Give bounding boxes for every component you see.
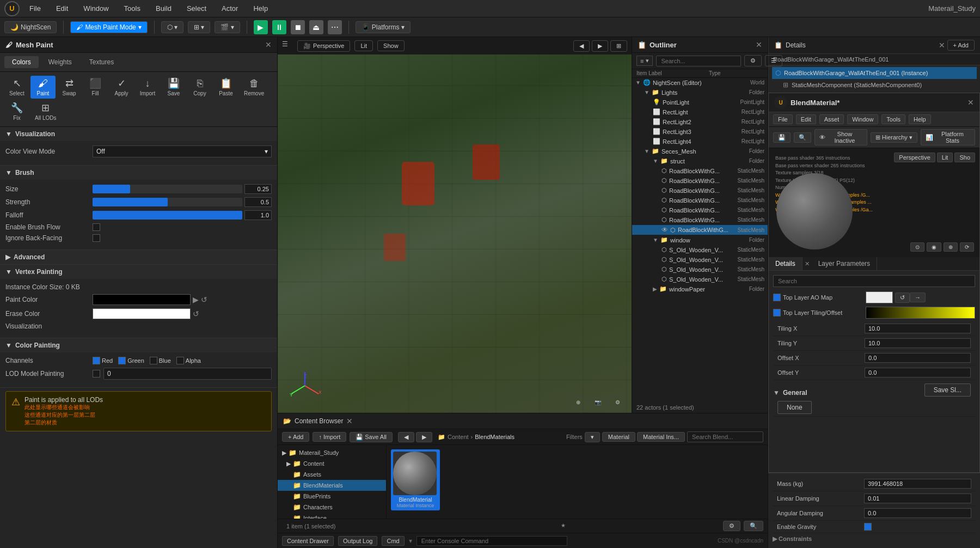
cb-folder-project[interactable]: ▶ 📁 Materail_Study bbox=[278, 447, 386, 458]
advanced-header[interactable]: ▶ Advanced bbox=[0, 250, 277, 264]
asset-menu-btn[interactable]: Asset bbox=[819, 114, 844, 124]
channel-green-checkbox[interactable] bbox=[118, 357, 126, 364]
filter-material-instance-btn[interactable]: Material Ins... bbox=[637, 432, 685, 442]
size-value[interactable] bbox=[244, 184, 272, 194]
menu-window[interactable]: Window bbox=[80, 2, 112, 15]
tool-all-lods[interactable]: ⊞ All LODs bbox=[30, 100, 60, 123]
list-item[interactable]: 👁 ⬡ RoadBlockWithG... StaticMesh bbox=[632, 225, 768, 235]
list-item[interactable]: ▼ 📁 Lights Folder bbox=[632, 88, 768, 98]
list-item[interactable]: ⬡S_Old_Wooden_V...StaticMesh bbox=[632, 265, 768, 275]
list-item[interactable]: ⬜ RectLight4 RectLight bbox=[632, 137, 768, 147]
enable-gravity-checkbox[interactable] bbox=[864, 523, 872, 531]
strength-value[interactable] bbox=[244, 197, 272, 207]
tool-apply[interactable]: ✓ Apply bbox=[109, 75, 134, 99]
show-inactive-button[interactable]: 👁 Show Inactive bbox=[814, 129, 867, 145]
import-button[interactable]: ↑ Import bbox=[313, 432, 346, 442]
brush-header[interactable]: ▼ Brush bbox=[0, 166, 277, 180]
tool-swap[interactable]: ⇄ Swap bbox=[57, 75, 82, 99]
lod-value-input[interactable] bbox=[103, 368, 272, 380]
menu-build[interactable]: Build bbox=[152, 2, 175, 15]
list-item[interactable]: ⬡S_Old_Wooden_V...StaticMesh bbox=[632, 245, 768, 255]
window-menu-btn[interactable]: Window bbox=[847, 114, 878, 124]
mesh-paint-mode-btn[interactable]: 🖌 Mesh Paint Mode ▾ bbox=[70, 21, 147, 33]
lit-btn[interactable]: Lit bbox=[354, 40, 373, 51]
save-mat-btn[interactable]: 💾 bbox=[773, 132, 791, 143]
add-component-btn[interactable]: + Add bbox=[947, 40, 975, 51]
cmd-btn[interactable]: Cmd bbox=[382, 536, 404, 546]
enable-brush-flow-checkbox[interactable] bbox=[93, 223, 100, 231]
mat-nav-2[interactable]: ◉ bbox=[927, 242, 941, 252]
save-sl-button[interactable]: Save Sl... bbox=[924, 383, 971, 397]
mat-show-btn[interactable]: Sho bbox=[954, 153, 975, 162]
cb-folder-characters[interactable]: 📁 Characters bbox=[278, 502, 386, 513]
browse-mat-btn[interactable]: 🔍 bbox=[794, 132, 811, 143]
transform-btn[interactable]: ⬡ ▾ bbox=[161, 21, 183, 33]
menu-actor[interactable]: Actor bbox=[218, 2, 241, 15]
outliner-filter-btn[interactable]: ☰ bbox=[765, 55, 782, 66]
menu-file[interactable]: File bbox=[26, 2, 44, 15]
material-close[interactable]: ✕ bbox=[967, 98, 974, 107]
mat-perspective-btn[interactable]: Perspective bbox=[894, 153, 935, 162]
simulate-button[interactable]: ⏸ bbox=[272, 20, 286, 34]
tool-paint[interactable]: 🖌 Paint bbox=[30, 76, 56, 99]
scene-name-btn[interactable]: 🌙 NightScen bbox=[4, 21, 57, 33]
tiling-color-bar[interactable] bbox=[866, 307, 975, 319]
list-item[interactable]: 💡 PointLight PointLight bbox=[632, 98, 768, 107]
tab-colors[interactable]: Colors bbox=[4, 56, 39, 68]
tool-remove[interactable]: 🗑 Remove bbox=[240, 76, 268, 99]
tab-details[interactable]: Details bbox=[769, 257, 803, 270]
hierarchy-btn[interactable]: ⊞ Hierarchy ▾ bbox=[871, 132, 917, 143]
tool-save[interactable]: 💾 Save bbox=[161, 75, 186, 99]
vp-cam-btn[interactable]: 📷 bbox=[589, 397, 607, 407]
mat-nav-1[interactable]: ⊙ bbox=[910, 242, 924, 252]
add-button[interactable]: + Add bbox=[282, 432, 309, 442]
cb-folder-content[interactable]: ▶ 📁 Content bbox=[278, 458, 386, 469]
viewport-3d[interactable]: X Y Z ⊕ 📷 ⚙ bbox=[278, 54, 632, 413]
top-layer-ao-swatch[interactable] bbox=[866, 291, 893, 303]
tab-textures[interactable]: Textures bbox=[82, 56, 121, 68]
list-item[interactable]: ⬜ RectLight RectLight bbox=[632, 107, 768, 117]
channel-red-checkbox[interactable] bbox=[93, 357, 100, 364]
cb-folder-blueprints[interactable]: 📁 BluePrints bbox=[278, 491, 386, 502]
platforms-btn[interactable]: 📱 Platforms ▾ bbox=[356, 21, 411, 33]
vp-back-btn[interactable]: ◀ bbox=[573, 40, 590, 52]
stop-button[interactable]: ⏹ bbox=[291, 20, 305, 34]
top-layer-ao-checkbox[interactable] bbox=[773, 294, 781, 301]
list-item[interactable]: ⬜ RectLight3 RectLight bbox=[632, 127, 768, 137]
cb-folder-assets[interactable]: 📁 Assets bbox=[278, 469, 386, 480]
content-item-blendmaterial[interactable]: BlendMaterial Material Instance bbox=[391, 449, 440, 510]
visualization-header[interactable]: ▼ Visualization bbox=[0, 127, 277, 141]
mat-lit-btn[interactable]: Lit bbox=[937, 153, 953, 162]
color-painting-header[interactable]: ▼ Color Painting bbox=[0, 338, 277, 352]
detail-component-static-mesh[interactable]: ⊞ StaticMeshComponent (StaticMeshCompone… bbox=[772, 79, 977, 91]
tab-weights[interactable]: Weights bbox=[41, 56, 79, 68]
snap-btn[interactable]: ⊞ ▾ bbox=[188, 21, 210, 33]
tool-fix[interactable]: 🔧 Fix bbox=[4, 100, 29, 123]
content-browser-close[interactable]: ✕ bbox=[346, 417, 353, 425]
list-item[interactable]: ⬡RoadBlockWithG...StaticMesh bbox=[632, 205, 768, 215]
cb-search-input[interactable] bbox=[687, 431, 763, 442]
paint-color-reset[interactable]: ↺ bbox=[199, 294, 210, 305]
tiling-x-input[interactable] bbox=[865, 324, 971, 333]
menu-help[interactable]: Help bbox=[250, 2, 271, 15]
tool-paste[interactable]: 📋 Paste bbox=[213, 75, 238, 99]
vp-frame-btn[interactable]: ⊕ bbox=[570, 397, 586, 407]
color-view-mode-dropdown[interactable]: Off ▾ bbox=[93, 145, 272, 157]
list-item[interactable]: ▼ 📁 Seces_Mesh Folder bbox=[632, 147, 768, 156]
erase-color-reset[interactable]: ↺ bbox=[191, 308, 201, 319]
play-button[interactable]: ▶ bbox=[254, 20, 268, 34]
list-item[interactable]: ⬡RoadBlockWithG...StaticMesh bbox=[632, 186, 768, 196]
channel-alpha-checkbox[interactable] bbox=[176, 357, 184, 364]
list-item[interactable]: ⬡RoadBlockWithG...StaticMesh bbox=[632, 176, 768, 186]
content-drawer-btn[interactable]: Content Drawer bbox=[282, 536, 334, 546]
angular-damping-input[interactable] bbox=[864, 508, 971, 518]
lod-checkbox[interactable] bbox=[93, 370, 100, 377]
use-ao-btn[interactable]: → bbox=[910, 293, 926, 302]
filter-material-btn[interactable]: Material bbox=[602, 432, 635, 442]
material-search-input[interactable] bbox=[773, 275, 975, 287]
list-item[interactable]: ▼ 🌐 NightScen (Editor) World bbox=[632, 78, 768, 88]
list-item[interactable]: ▶📁windowPaperFolder bbox=[632, 284, 768, 294]
tab-layer-params[interactable]: Layer Parameters bbox=[812, 257, 877, 270]
cb-settings-btn[interactable]: ⚙ bbox=[723, 521, 740, 531]
list-item[interactable]: ⬡RoadBlockWithG...StaticMesh bbox=[632, 215, 768, 225]
